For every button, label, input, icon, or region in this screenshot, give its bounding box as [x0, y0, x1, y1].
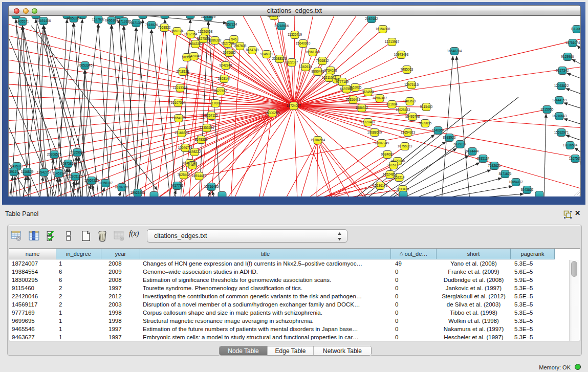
node-label: 10046708	[178, 146, 193, 149]
tab-edge-table[interactable]: Edge Table	[268, 346, 314, 355]
node-label: 1486322	[356, 106, 368, 110]
table-row[interactable]: 946362711997Embryonic stem cells: a mode…	[9, 333, 555, 341]
tab-network-table[interactable]: Network Table	[314, 346, 371, 355]
table-row[interactable]: 2242004622012Investigating the contribut…	[9, 292, 555, 300]
column-header-year[interactable]: year	[101, 249, 140, 259]
node-label: 7515526	[145, 23, 158, 27]
graph-node[interactable]	[161, 16, 169, 19]
window-resize-grip[interactable]	[574, 188, 580, 195]
table-body: 1872400712008Changes of HCN gene express…	[9, 259, 555, 341]
node-label: 8678332	[195, 138, 208, 141]
black-edge	[124, 26, 139, 196]
black-edge	[207, 191, 210, 196]
column-header-name[interactable]: name	[9, 249, 56, 259]
node-label: 1733426	[397, 187, 409, 191]
scrollbar-thumb[interactable]	[571, 261, 577, 277]
node-label: 8186328	[209, 38, 222, 42]
black-edge	[572, 59, 580, 65]
node-label: 8427552	[214, 89, 227, 93]
node-label: 8267110	[205, 114, 218, 117]
column-header-out_de[interactable]: △out_de…	[391, 249, 437, 259]
graph-node[interactable]	[399, 191, 407, 197]
node-label: 18807249	[375, 141, 389, 145]
delete-table-icon[interactable]	[96, 229, 109, 243]
graph-node[interactable]	[32, 16, 40, 19]
tab-node-table[interactable]: Node Table	[220, 346, 268, 355]
table-cell: 2009	[101, 268, 140, 276]
node-label: 15720407	[361, 120, 376, 124]
table-cell: Franke et al. (2009)	[437, 268, 511, 276]
table-row[interactable]: 1938455462009Genome–wide association stu…	[9, 268, 555, 276]
node-label: 7632621	[488, 164, 501, 167]
float-window-icon[interactable]	[563, 210, 572, 219]
column-header-title[interactable]: title	[140, 249, 391, 259]
black-edge	[123, 28, 136, 196]
black-edge	[39, 177, 43, 196]
table-cell: Dudbridge et al. (2008)	[437, 276, 511, 284]
dropdown-value: citations_edges.txt	[154, 232, 207, 239]
node-label: 8471676	[499, 172, 512, 176]
column-header-label: name	[26, 251, 40, 257]
node-label: 6879197	[454, 142, 467, 146]
table-cell: 1	[56, 309, 101, 317]
table-cell: 2008	[101, 259, 140, 268]
red-edge	[259, 113, 272, 196]
table-cell: 0	[391, 292, 437, 300]
select-rows-icon[interactable]	[45, 229, 58, 243]
graph-node[interactable]	[139, 16, 147, 19]
select-column-icon[interactable]	[28, 229, 41, 243]
column-header-pagerank[interactable]: pagerank	[511, 249, 555, 259]
table-row[interactable]: 911546021997Tourette syndrome. Phenomeno…	[9, 284, 555, 292]
node-label: 7485063	[401, 68, 413, 71]
node-label: 12975115	[404, 83, 419, 86]
node-label: 1435011	[11, 164, 24, 168]
table-cell: 0	[391, 333, 437, 341]
table-cell: 9465546	[9, 325, 56, 333]
close-icon[interactable]: ✕	[575, 209, 583, 218]
black-edge	[117, 192, 121, 196]
dropdown-stepper-icon	[337, 232, 342, 241]
node-label: 1167533	[569, 157, 580, 160]
table-cell: Estimation of the future numbers of pati…	[140, 325, 391, 333]
node-label: 8454749	[246, 48, 259, 52]
node-label: 9498222	[188, 150, 201, 154]
table-cell: Embryonic stem cells: a model to study s…	[140, 333, 391, 341]
table-cell: 5.3E–5	[511, 300, 555, 309]
window-titlebar[interactable]: citations_edges.txt	[8, 5, 581, 16]
node-label: 9245652	[521, 188, 534, 191]
node-label: 15495798	[405, 115, 420, 118]
table-cell: 1	[56, 317, 101, 325]
graph-node[interactable]	[186, 16, 194, 19]
graph-node[interactable]	[150, 192, 158, 197]
node-label: 3675685	[223, 51, 236, 54]
table-row[interactable]: 1872400712008Changes of HCN gene express…	[9, 259, 555, 268]
node-label: 20206576	[47, 152, 62, 156]
table-cell: 6	[56, 268, 101, 276]
table-row[interactable]: 946554611997Estimation of the future num…	[9, 325, 555, 333]
node-label: 16961758	[306, 50, 320, 54]
unselect-rows-icon[interactable]	[62, 229, 76, 243]
table-row[interactable]: 1456911722003Disruption of a novel membe…	[9, 300, 555, 309]
table-cell: 0	[391, 325, 437, 333]
graph-node[interactable]	[535, 191, 543, 197]
black-edge	[580, 161, 580, 167]
table-row[interactable]: 1830029562008Estimation of significance …	[9, 276, 555, 284]
citation-graph[interactable]: 1405571206914061065326715276026466160107…	[9, 16, 580, 196]
graph-node[interactable]	[218, 192, 226, 197]
node-label: 16033809	[201, 16, 216, 18]
delete-column-icon[interactable]	[113, 229, 126, 243]
black-edge	[575, 148, 580, 154]
vertical-scrollbar[interactable]	[569, 260, 579, 341]
table-row[interactable]: 969969511998Structural magnetic resonanc…	[9, 317, 555, 325]
column-header-in_degree[interactable]: in_degree	[56, 249, 101, 259]
red-edge	[9, 47, 294, 106]
column-header-short[interactable]: short	[437, 249, 511, 259]
table-cell: Estimation of significance thresholds fo…	[140, 276, 391, 284]
table-source-dropdown[interactable]: citations_edges.txt	[147, 229, 347, 243]
black-edge	[577, 46, 580, 52]
table-row[interactable]: 977716911998Corpus callosum shape and si…	[9, 309, 555, 317]
network-canvas[interactable]: 1405571206914061065326715276026466160107…	[8, 16, 581, 196]
table-settings-icon[interactable]	[10, 229, 23, 243]
new-table-icon[interactable]	[79, 229, 93, 243]
function-builder-icon[interactable]: f(x)	[129, 230, 142, 244]
